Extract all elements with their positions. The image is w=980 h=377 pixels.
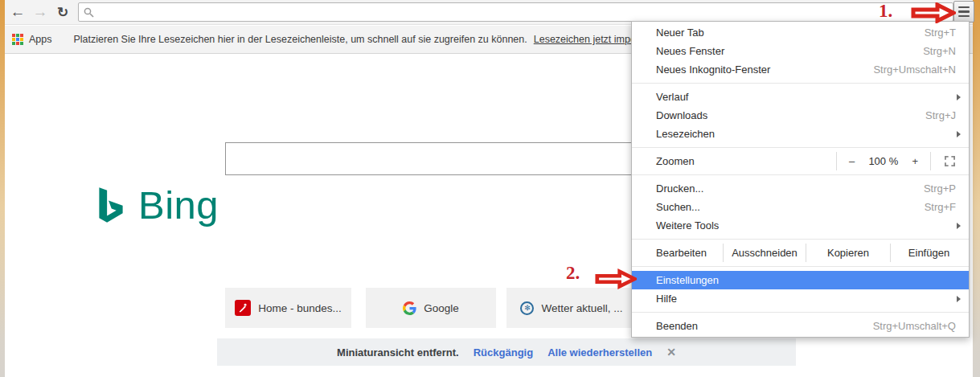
desktop-edge-right — [973, 0, 980, 377]
menu-item-zoom: Zoomen – 100 % + — [632, 152, 969, 170]
google-icon — [403, 301, 416, 315]
menu-item-find[interactable]: Suchen... Strg+F — [632, 198, 969, 216]
tile-wetter[interactable]: ✻ Wetter aktuell, ... — [506, 288, 637, 328]
notification-message: Miniaturansicht entfernt. — [337, 346, 459, 359]
address-bar-input[interactable] — [99, 5, 953, 19]
undo-link[interactable]: Rückgängig — [474, 346, 533, 359]
tile-google[interactable]: Google — [366, 288, 496, 328]
menu-item-settings[interactable]: Einstellungen — [632, 271, 969, 289]
chrome-menu-button[interactable] — [953, 1, 974, 23]
submenu-arrow-icon — [957, 223, 961, 229]
zoom-level-value: 100 % — [868, 155, 898, 167]
menu-separator — [632, 312, 969, 313]
bing-search-input[interactable] — [226, 143, 675, 174]
forward-icon: → — [33, 3, 48, 21]
submenu-arrow-icon — [957, 131, 961, 137]
menu-item-label: Suchen... — [656, 201, 700, 213]
menu-item-shortcut: Strg+N — [923, 45, 956, 57]
menu-separator — [632, 266, 969, 267]
menu-item-more-tools[interactable]: Weitere Tools — [632, 216, 969, 235]
bing-logo-icon — [94, 186, 128, 232]
tile-label: Google — [424, 302, 459, 314]
restore-all-link[interactable]: Alle wiederherstellen — [547, 346, 652, 359]
menu-item-label: Neues Fenster — [656, 45, 724, 57]
fullscreen-button[interactable] — [931, 152, 969, 170]
tile-label: Home - bundes... — [258, 302, 342, 314]
menu-separator — [632, 239, 969, 240]
bookmarks-placeholder-text: Platzieren Sie Ihre Lesezeichen hier in … — [74, 34, 527, 45]
menu-item-shortcut: Strg+P — [924, 182, 956, 195]
annotation-arrow-1-icon — [911, 2, 956, 23]
menu-separator — [632, 147, 969, 148]
menu-item-shortcut: Strg+Umschalt+Q — [873, 320, 956, 332]
menu-item-label: Lesezeichen — [656, 128, 715, 140]
annotation-arrow-2-icon — [595, 268, 637, 290]
menu-item-new-tab[interactable]: Neuer Tab Strg+T — [632, 23, 969, 42]
chrome-menu: Neuer Tab Strg+T Neues Fenster Strg+N Ne… — [631, 21, 970, 338]
menu-item-bookmarks[interactable]: Lesezeichen — [632, 125, 969, 143]
menu-item-print[interactable]: Drucken... Strg+P — [632, 179, 969, 198]
copy-button[interactable]: Kopieren — [806, 244, 890, 262]
menu-item-label: Neues Inkognito-Fenster — [656, 64, 770, 76]
menu-item-label: Weitere Tools — [656, 219, 719, 232]
close-icon[interactable]: ✕ — [666, 346, 676, 359]
menu-item-downloads[interactable]: Downloads Strg+J — [632, 106, 969, 125]
menu-item-new-window[interactable]: Neues Fenster Strg+N — [632, 42, 969, 60]
hamburger-icon — [958, 6, 970, 18]
back-icon: ← — [10, 3, 26, 21]
annotation-step-2: 2. — [566, 263, 580, 284]
reload-button[interactable]: ↻ — [53, 2, 72, 22]
bing-logo-text: Bing — [138, 182, 219, 227]
bundesliga-icon — [235, 300, 251, 316]
apps-label[interactable]: Apps — [29, 34, 52, 45]
submenu-arrow-icon — [957, 296, 961, 302]
address-bar[interactable] — [78, 2, 953, 22]
reload-icon: ↻ — [57, 4, 68, 21]
menu-item-shortcut: Strg+T — [925, 27, 956, 39]
cut-button[interactable]: Ausschneiden — [724, 244, 806, 262]
menu-item-new-incognito[interactable]: Neues Inkognito-Fenster Strg+Umschalt+N — [632, 60, 969, 79]
submenu-arrow-icon — [957, 94, 961, 100]
bing-search-box[interactable] — [225, 142, 675, 175]
forward-button[interactable]: → — [31, 2, 50, 22]
menu-item-label: Zoomen — [632, 152, 836, 170]
zoom-in-button[interactable]: + — [912, 155, 918, 167]
edit-label: Bearbeiten — [632, 244, 723, 262]
paste-button[interactable]: Einfügen — [891, 244, 967, 262]
menu-item-label: Beenden — [656, 320, 698, 332]
menu-item-shortcut: Strg+Umschalt+N — [873, 64, 956, 76]
menu-item-help[interactable]: Hilfe — [632, 289, 969, 308]
weather-icon: ✻ — [520, 301, 534, 315]
annotation-step-1: 1. — [879, 1, 892, 22]
menu-separator — [632, 174, 969, 175]
menu-item-edit-row: Bearbeiten Ausschneiden Kopieren Einfüge… — [632, 244, 969, 262]
menu-item-label: Einstellungen — [656, 274, 719, 286]
menu-item-shortcut: Strg+J — [925, 109, 956, 121]
menu-item-label: Drucken... — [656, 182, 703, 195]
tile-home-bundesliga[interactable]: Home - bundes... — [225, 288, 351, 328]
zoom-out-button[interactable]: – — [849, 155, 855, 167]
notification-bar: Miniaturansicht entfernt. Rückgängig All… — [217, 338, 796, 366]
menu-separator — [632, 83, 969, 84]
menu-item-history[interactable]: Verlauf — [632, 88, 969, 106]
apps-grid-icon[interactable] — [12, 34, 23, 45]
fullscreen-icon — [945, 156, 955, 166]
menu-item-quit[interactable]: Beenden Strg+Umschalt+Q — [632, 317, 969, 335]
menu-item-shortcut: Strg+F — [925, 201, 956, 213]
menu-item-label: Hilfe — [656, 293, 677, 305]
search-icon — [84, 7, 94, 18]
menu-item-label: Verlauf — [656, 91, 688, 103]
tile-label: Wetter aktuell, ... — [541, 302, 622, 314]
menu-item-label: Downloads — [656, 109, 707, 121]
back-button[interactable]: ← — [8, 2, 27, 22]
menu-item-label: Neuer Tab — [656, 27, 704, 39]
